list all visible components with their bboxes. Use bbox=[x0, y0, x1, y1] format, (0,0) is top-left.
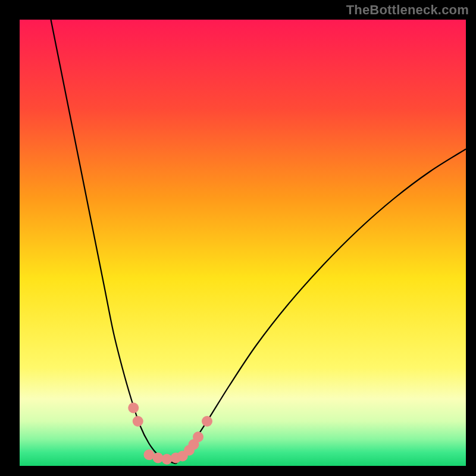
watermark-text: TheBottleneck.com bbox=[346, 2, 469, 18]
highlight-dot bbox=[133, 416, 143, 427]
highlight-dot bbox=[128, 403, 139, 414]
highlight-dot bbox=[202, 416, 212, 427]
bottleneck-chart bbox=[20, 20, 466, 466]
highlight-dot bbox=[193, 431, 203, 442]
chart-background bbox=[20, 20, 466, 466]
chart-frame: TheBottleneck.com bbox=[0, 0, 476, 476]
